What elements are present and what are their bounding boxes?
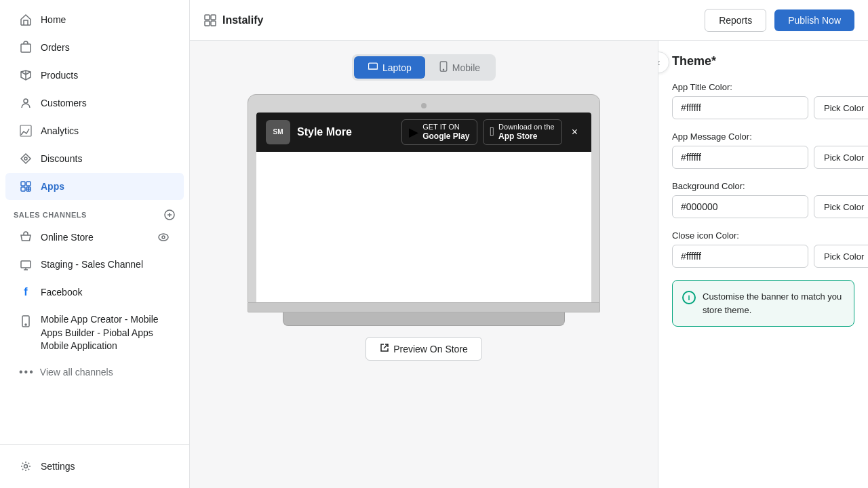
tab-laptop[interactable]: Laptop xyxy=(354,56,425,79)
sidebar-item-label: Discounts xyxy=(41,153,82,164)
apple-icon:  xyxy=(490,125,495,139)
header: Instalify Reports Publish Now xyxy=(190,0,868,41)
sidebar-item-label: Online Store xyxy=(41,232,94,243)
sidebar-item-label: Settings xyxy=(41,461,75,472)
app-message-color-group: App Message Color: Pick Color xyxy=(672,131,854,169)
sidebar-item-label: Products xyxy=(41,70,78,81)
sidebar-item-customers[interactable]: Customers xyxy=(5,89,184,117)
sidebar-item-analytics[interactable]: Analytics xyxy=(5,117,184,144)
sidebar-item-orders[interactable]: Orders xyxy=(5,34,184,61)
banner-title: Style More xyxy=(297,126,352,138)
view-all-label: View all channels xyxy=(40,367,113,378)
home-icon xyxy=(19,13,33,26)
dots-icon: ••• xyxy=(19,366,35,378)
theme-panel: ‹ Theme* App Title Color: Pick Color App… xyxy=(658,41,868,488)
background-pick-color-button[interactable]: Pick Color xyxy=(814,195,868,218)
laptop-screen: SM Style More ▶ GET IT ON xyxy=(256,113,591,302)
app-store-button[interactable]:  Download on the App Store xyxy=(483,119,562,145)
reports-button[interactable]: Reports xyxy=(705,9,766,32)
svg-rect-6 xyxy=(21,187,25,191)
svg-rect-11 xyxy=(21,261,31,268)
laptop-base xyxy=(248,303,600,312)
device-tabs: Laptop Mobile xyxy=(352,54,496,81)
app-title: Instalify xyxy=(222,14,263,26)
background-color-group: Background Color: Pick Color xyxy=(672,181,854,218)
analytics-icon xyxy=(19,124,33,138)
discounts-icon xyxy=(19,152,33,165)
close-icon-pick-color-button[interactable]: Pick Color xyxy=(814,245,868,268)
eye-icon xyxy=(157,230,170,244)
sidebar-item-home[interactable]: Home xyxy=(5,6,184,33)
banner-close-button[interactable]: × xyxy=(568,125,582,140)
info-text: Customise the banner to match you store … xyxy=(703,290,844,317)
svg-rect-17 xyxy=(205,21,210,26)
sidebar-item-label: Analytics xyxy=(41,125,79,136)
facebook-icon: f xyxy=(19,285,33,299)
apps-icon xyxy=(19,180,33,193)
background-color-input[interactable] xyxy=(672,195,808,218)
laptop-stand xyxy=(283,312,565,326)
sidebar-item-label: Mobile App Creator - Mobile Apps Builder… xyxy=(41,313,170,353)
sidebar-item-mobile-app[interactable]: Mobile App Creator - Mobile Apps Builder… xyxy=(5,306,184,360)
svg-rect-5 xyxy=(26,182,31,186)
sidebar-item-label: Staging - Sales Channel xyxy=(41,259,143,270)
close-icon-color-label: Close icon Color: xyxy=(672,230,854,241)
publish-now-button[interactable]: Publish Now xyxy=(774,9,854,31)
banner-content xyxy=(256,152,591,302)
panel-title: Theme* xyxy=(672,54,854,68)
app-message-pick-color-button[interactable]: Pick Color xyxy=(814,146,868,169)
sidebar-item-facebook[interactable]: f Facebook xyxy=(5,279,184,306)
svg-rect-4 xyxy=(21,182,25,186)
mobile-app-icon xyxy=(19,314,33,328)
svg-point-1 xyxy=(24,99,28,103)
products-icon xyxy=(19,68,33,82)
svg-rect-16 xyxy=(211,15,216,20)
app-message-color-label: App Message Color: xyxy=(672,131,854,142)
google-play-button[interactable]: ▶ GET IT ON Google Play xyxy=(401,119,477,145)
close-icon-color-input[interactable] xyxy=(672,245,808,268)
tab-mobile[interactable]: Mobile xyxy=(425,56,494,79)
laptop-camera xyxy=(421,103,427,108)
sidebar-item-label: Apps xyxy=(41,181,64,192)
app-title-color-input[interactable] xyxy=(672,96,808,119)
sidebar-item-staging[interactable]: Staging - Sales Channel xyxy=(5,251,184,278)
preview-area: Laptop Mobile xyxy=(190,41,658,488)
svg-rect-18 xyxy=(211,21,216,26)
svg-rect-19 xyxy=(369,63,378,69)
info-icon: i xyxy=(682,291,696,304)
google-play-icon: ▶ xyxy=(409,125,418,140)
main-area: Instalify Reports Publish Now Laptop xyxy=(190,0,868,488)
sidebar-item-apps[interactable]: Apps xyxy=(5,173,184,200)
app-title-color-label: App Title Color: xyxy=(672,82,854,92)
svg-point-21 xyxy=(443,69,443,70)
info-box: i Customise the banner to match you stor… xyxy=(672,280,854,327)
laptop-screen-outer: SM Style More ▶ GET IT ON xyxy=(248,94,600,303)
sidebar-item-label: Home xyxy=(41,14,66,25)
sidebar-item-discounts[interactable]: Discounts xyxy=(5,145,184,172)
preview-on-store-button[interactable]: Preview On Store xyxy=(366,337,482,361)
svg-rect-0 xyxy=(21,44,31,52)
customers-icon xyxy=(19,96,33,110)
add-sales-channel-button[interactable] xyxy=(163,209,176,221)
online-store-icon xyxy=(19,230,33,244)
sales-channels-header: SALES CHANNELS xyxy=(0,201,189,224)
view-all-channels[interactable]: ••• View all channels xyxy=(5,361,184,384)
orders-icon xyxy=(19,41,33,54)
mobile-tab-icon xyxy=(439,61,448,74)
sidebar-item-online-store[interactable]: Online Store xyxy=(5,224,184,250)
mobile-tab-label: Mobile xyxy=(452,62,480,73)
header-actions: Reports Publish Now xyxy=(705,9,854,32)
sidebar-item-products[interactable]: Products xyxy=(5,62,184,89)
svg-point-13 xyxy=(25,324,26,325)
svg-point-9 xyxy=(159,234,168,241)
svg-rect-2 xyxy=(20,125,31,136)
app-message-color-input[interactable] xyxy=(672,146,808,169)
background-color-label: Background Color: xyxy=(672,181,854,191)
sidebar-item-settings[interactable]: Settings xyxy=(5,453,184,480)
settings-icon xyxy=(19,460,33,473)
svg-rect-15 xyxy=(205,15,210,20)
close-icon-color-group: Close icon Color: Pick Color xyxy=(672,230,854,268)
banner-logo: SM xyxy=(266,120,290,144)
grid-icon xyxy=(203,14,217,27)
app-title-pick-color-button[interactable]: Pick Color xyxy=(814,96,868,119)
